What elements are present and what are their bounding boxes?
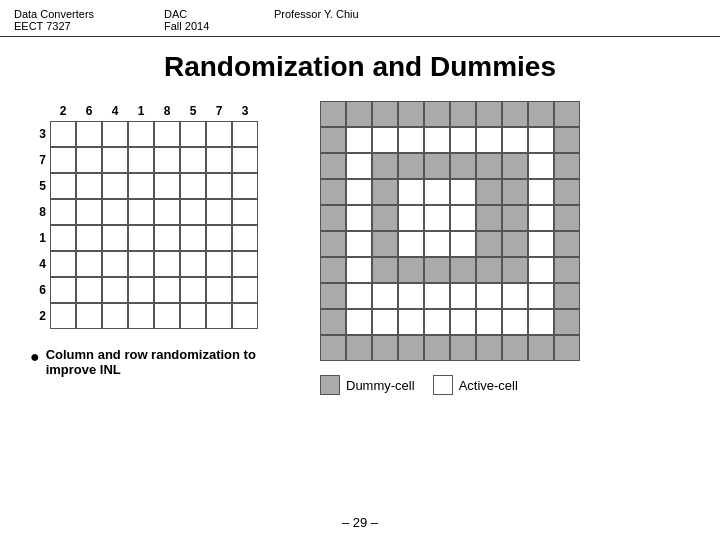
right-grid-cell bbox=[450, 127, 476, 153]
left-grid-cell bbox=[76, 147, 102, 173]
right-grid-cell bbox=[502, 101, 528, 127]
right-grid-cell bbox=[528, 127, 554, 153]
left-grid-cell bbox=[232, 121, 258, 147]
left-grid-cell bbox=[180, 173, 206, 199]
right-grid-cell bbox=[450, 283, 476, 309]
left-panel: 3 7 5 8 1 4 6 2 2 6 4 1 8 5 7 3 bbox=[30, 101, 290, 377]
left-grid-cell bbox=[50, 147, 76, 173]
grid-body: 2 6 4 1 8 5 7 3 bbox=[50, 101, 258, 329]
right-grid-cell bbox=[528, 179, 554, 205]
right-grid-cell bbox=[554, 335, 580, 361]
left-grid-cell bbox=[206, 147, 232, 173]
right-grid-cell bbox=[528, 335, 554, 361]
right-grid-cell bbox=[346, 309, 372, 335]
right-grid-cell bbox=[450, 179, 476, 205]
right-grid-cell bbox=[502, 231, 528, 257]
col-labels: 2 6 4 1 8 5 7 3 bbox=[50, 101, 258, 121]
left-grid-row bbox=[50, 199, 258, 225]
left-grid-cell bbox=[180, 277, 206, 303]
bullet-text: ● Column and row randomization to improv… bbox=[30, 347, 290, 377]
left-grid-cell bbox=[128, 251, 154, 277]
left-grid-cell bbox=[180, 225, 206, 251]
page-title: Randomization and Dummies bbox=[0, 51, 720, 83]
right-grid-cell bbox=[424, 179, 450, 205]
left-grid-cell bbox=[50, 277, 76, 303]
right-grid-cell bbox=[372, 231, 398, 257]
left-grid-cell bbox=[232, 173, 258, 199]
right-grid-cell bbox=[398, 101, 424, 127]
right-grid-cell bbox=[372, 153, 398, 179]
right-grid-cell bbox=[450, 153, 476, 179]
legend-dummy-label: Dummy-cell bbox=[346, 378, 415, 393]
right-grid-cell bbox=[528, 205, 554, 231]
left-grid-row bbox=[50, 173, 258, 199]
row-label-0: 3 bbox=[30, 121, 50, 147]
left-grid-cell bbox=[76, 303, 102, 329]
semester-label: Fall 2014 bbox=[164, 20, 244, 32]
right-grid-cell bbox=[476, 179, 502, 205]
right-grid-cell bbox=[320, 283, 346, 309]
left-grid-cell bbox=[154, 225, 180, 251]
right-grid-cell bbox=[398, 205, 424, 231]
right-grid-cell bbox=[424, 309, 450, 335]
left-grid-cell bbox=[128, 277, 154, 303]
left-grid-cell bbox=[206, 173, 232, 199]
right-grid-cell bbox=[450, 335, 476, 361]
right-grid-cell bbox=[320, 179, 346, 205]
right-grid-cell bbox=[372, 179, 398, 205]
course-code: EECT 7327 bbox=[14, 20, 134, 32]
left-grid-cell bbox=[232, 277, 258, 303]
right-grid-cell bbox=[398, 257, 424, 283]
legend-dummy: Dummy-cell bbox=[320, 375, 415, 395]
right-grid-cell bbox=[346, 179, 372, 205]
right-grid-row bbox=[320, 335, 580, 361]
right-grid-cell bbox=[346, 257, 372, 283]
content-area: 3 7 5 8 1 4 6 2 2 6 4 1 8 5 7 3 bbox=[0, 101, 720, 395]
professor-name: Professor Y. Chiu bbox=[274, 8, 359, 20]
left-grid-cell bbox=[232, 303, 258, 329]
col-label-2: 4 bbox=[102, 101, 128, 121]
left-grid-cell bbox=[128, 303, 154, 329]
right-grid-cell bbox=[320, 335, 346, 361]
left-grid-cell bbox=[206, 303, 232, 329]
left-grid-cell bbox=[154, 147, 180, 173]
col-label-6: 7 bbox=[206, 101, 232, 121]
right-grid-cell bbox=[424, 101, 450, 127]
right-grid-cell bbox=[398, 309, 424, 335]
legend-dummy-box bbox=[320, 375, 340, 395]
left-grid-cell bbox=[50, 303, 76, 329]
left-grid-cell bbox=[102, 173, 128, 199]
right-grid-cell bbox=[476, 257, 502, 283]
right-grid-cell bbox=[372, 205, 398, 231]
legend-active: Active-cell bbox=[433, 375, 518, 395]
right-grid-cell bbox=[554, 231, 580, 257]
left-grid-cell bbox=[180, 199, 206, 225]
col-label-3: 1 bbox=[128, 101, 154, 121]
left-grid-cell bbox=[76, 173, 102, 199]
row-labels: 3 7 5 8 1 4 6 2 bbox=[30, 101, 50, 329]
right-grid-cell bbox=[502, 153, 528, 179]
legend-active-label: Active-cell bbox=[459, 378, 518, 393]
row-label-4: 1 bbox=[30, 225, 50, 251]
right-grid-cell bbox=[320, 101, 346, 127]
left-grid-cell bbox=[128, 173, 154, 199]
row-label-5: 4 bbox=[30, 251, 50, 277]
right-grid-cell bbox=[502, 205, 528, 231]
right-grid-cell bbox=[554, 257, 580, 283]
header-professor: Professor Y. Chiu bbox=[274, 8, 359, 20]
left-grid-cell bbox=[232, 199, 258, 225]
left-grid-cell bbox=[206, 121, 232, 147]
right-grid-cell bbox=[528, 231, 554, 257]
right-grid-cell bbox=[398, 179, 424, 205]
left-grid-cell bbox=[206, 199, 232, 225]
left-grid-cell bbox=[76, 251, 102, 277]
col-label-1: 6 bbox=[76, 101, 102, 121]
right-grid-cell bbox=[320, 257, 346, 283]
right-grid-cell bbox=[476, 231, 502, 257]
left-grid-cell bbox=[50, 199, 76, 225]
right-grid-cell bbox=[476, 283, 502, 309]
left-grid-container: 3 7 5 8 1 4 6 2 2 6 4 1 8 5 7 3 bbox=[30, 101, 290, 329]
right-grid-row bbox=[320, 257, 580, 283]
left-grid-cell bbox=[128, 199, 154, 225]
right-grid-cell bbox=[320, 127, 346, 153]
